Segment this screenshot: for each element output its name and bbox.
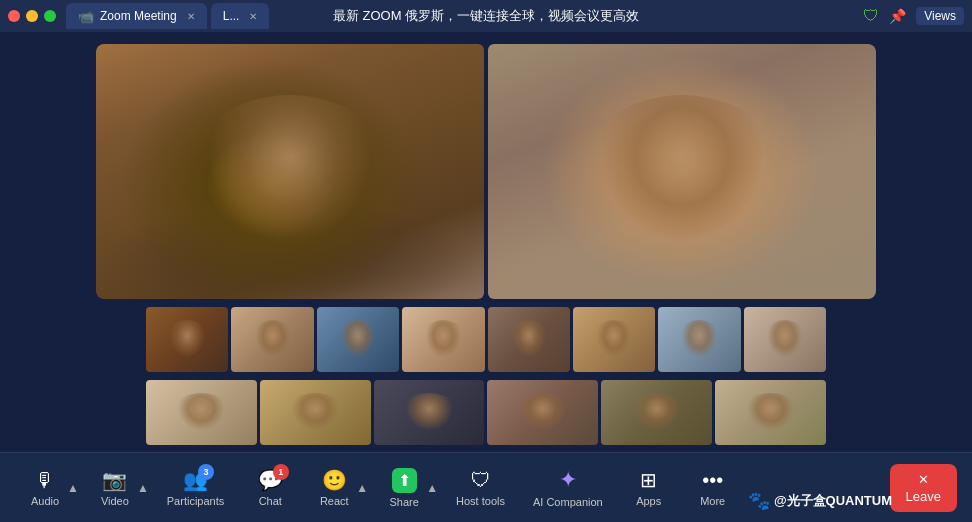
thumbnail-11[interactable]: [374, 380, 485, 445]
share-group: ⬆ Share ▲: [374, 462, 440, 514]
apps-button[interactable]: ⊞ Apps: [619, 462, 679, 513]
thumbnail-9[interactable]: [146, 380, 257, 445]
video-label: Video: [101, 495, 129, 507]
host-tools-button[interactable]: 🛡 Host tools: [444, 463, 517, 513]
more-group: ••• More: [683, 463, 743, 513]
chat-group: 💬 1 Chat: [240, 462, 300, 513]
react-button[interactable]: 🙂 React: [304, 462, 364, 513]
share-label: Share: [389, 496, 418, 508]
react-label: React: [320, 495, 349, 507]
chat-badge: 1: [273, 464, 289, 480]
microphone-icon: 🎙: [35, 469, 55, 492]
host-tools-label: Host tools: [456, 495, 505, 507]
thumbnail-13[interactable]: [601, 380, 712, 445]
video-button[interactable]: 📷 Video: [85, 462, 145, 513]
leave-label: Leave: [906, 489, 941, 504]
thumbnail-3[interactable]: [317, 307, 399, 372]
host-tools-icon: 🛡: [471, 469, 491, 492]
video-chevron-icon[interactable]: ▲: [137, 481, 149, 495]
watermark-icon: 🐾: [748, 490, 770, 512]
tab-zoom-meeting[interactable]: 📹 Zoom Meeting ✕: [66, 3, 207, 29]
tab-second[interactable]: L... ✕: [211, 3, 270, 29]
participants-label: Participants: [167, 495, 224, 507]
participants-icon: 👥 3: [183, 468, 208, 492]
tab-second-label: L...: [223, 9, 240, 23]
main-video-grid: [96, 44, 876, 299]
ai-companion-group: ✦ AI Companion: [521, 461, 615, 514]
views-button[interactable]: Views: [916, 7, 964, 25]
thumbnail-row-2: [146, 380, 826, 445]
video-cell-participant-1[interactable]: [96, 44, 484, 299]
react-group: 🙂 React ▲: [304, 462, 370, 513]
leave-icon: ✕: [918, 472, 929, 487]
thumbnail-row-1: [146, 307, 826, 372]
toolbar-right: ✕ Leave: [890, 464, 957, 512]
chat-button[interactable]: 💬 1 Chat: [240, 462, 300, 513]
participants-group: 👥 3 Participants: [155, 462, 236, 513]
main-content: [0, 32, 972, 452]
audio-chevron-icon[interactable]: ▲: [67, 481, 79, 495]
audio-label: Audio: [31, 495, 59, 507]
audio-button[interactable]: 🎙 Audio: [15, 463, 75, 513]
tab2-close-icon[interactable]: ✕: [249, 11, 257, 22]
thumbnail-7[interactable]: [658, 307, 740, 372]
title-bar: 📹 Zoom Meeting ✕ L... ✕ 最新 ZOOM 俄罗斯，一键连接…: [0, 0, 972, 32]
tab-zoom-label: Zoom Meeting: [100, 9, 177, 23]
react-chevron-icon[interactable]: ▲: [356, 481, 368, 495]
more-icon: •••: [702, 469, 723, 492]
more-label: More: [700, 495, 725, 507]
thumbnail-2[interactable]: [231, 307, 313, 372]
ai-companion-button[interactable]: ✦ AI Companion: [521, 461, 615, 514]
watermark: 🐾 @光子盒QUANTUM: [748, 490, 892, 512]
shield-icon: 🛡: [863, 7, 879, 25]
participants-button[interactable]: 👥 3 Participants: [155, 462, 236, 513]
share-button[interactable]: ⬆ Share: [374, 462, 434, 514]
leave-button[interactable]: ✕ Leave: [890, 464, 957, 512]
share-chevron-icon[interactable]: ▲: [426, 481, 438, 495]
thumbnail-10[interactable]: [260, 380, 371, 445]
window-controls: [8, 10, 56, 22]
chat-icon: 💬 1: [258, 468, 283, 492]
thumbnail-8[interactable]: [744, 307, 826, 372]
apps-icon: ⊞: [640, 468, 657, 492]
thumbnail-12[interactable]: [487, 380, 598, 445]
share-icon: ⬆: [392, 468, 417, 493]
close-button[interactable]: [8, 10, 20, 22]
ai-companion-icon: ✦: [559, 467, 577, 493]
toolbar: 🎙 Audio ▲ 📷 Video ▲ 👥 3 Participants: [0, 452, 972, 522]
watermark-text: @光子盒QUANTUM: [774, 492, 892, 510]
chat-label: Chat: [259, 495, 282, 507]
audio-group: 🎙 Audio ▲: [15, 463, 81, 513]
video-cell-participant-2[interactable]: [488, 44, 876, 299]
apps-label: Apps: [636, 495, 661, 507]
thumbnail-4[interactable]: [402, 307, 484, 372]
participants-badge: 3: [198, 464, 214, 480]
apps-group: ⊞ Apps: [619, 462, 679, 513]
pin-icon[interactable]: 📌: [889, 8, 906, 24]
more-button[interactable]: ••• More: [683, 463, 743, 513]
minimize-button[interactable]: [26, 10, 38, 22]
thumbnail-1[interactable]: [146, 307, 228, 372]
tab-close-icon[interactable]: ✕: [187, 11, 195, 22]
title-right-controls: 🛡 📌 Views: [863, 7, 964, 25]
ai-companion-label: AI Companion: [533, 496, 603, 508]
thumbnail-5[interactable]: [488, 307, 570, 372]
window-title: 最新 ZOOM 俄罗斯，一键连接全球，视频会议更高效: [333, 7, 639, 25]
video-group: 📷 Video ▲: [85, 462, 151, 513]
thumbnail-6[interactable]: [573, 307, 655, 372]
zoom-icon: 📹: [78, 9, 94, 24]
camera-icon: 📷: [102, 468, 127, 492]
toolbar-left: 🎙 Audio ▲ 📷 Video ▲ 👥 3 Participants: [15, 461, 743, 514]
thumbnail-14[interactable]: [715, 380, 826, 445]
maximize-button[interactable]: [44, 10, 56, 22]
react-icon: 🙂: [322, 468, 347, 492]
host-tools-group: 🛡 Host tools: [444, 463, 517, 513]
